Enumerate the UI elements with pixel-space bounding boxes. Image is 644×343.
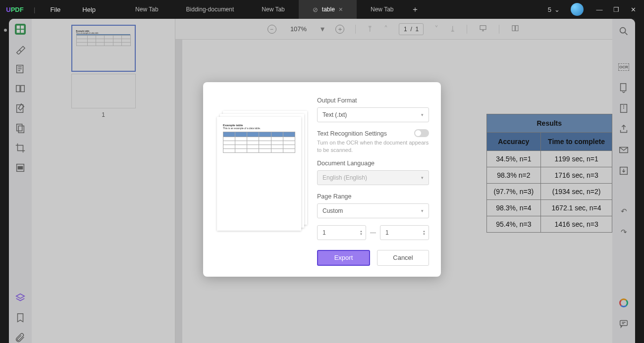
tab-table[interactable]: ⊘ table × [299, 0, 357, 19]
tab-label: Bidding-document [186, 6, 234, 13]
dialog-form: Output Format Text (.txt) ▾ Text Recogni… [317, 96, 429, 266]
cancel-button[interactable]: Cancel [377, 250, 429, 266]
input-value: 1 [385, 229, 389, 236]
output-format-label: Output Format [317, 97, 429, 104]
titlebar: UPDF | File Help New Tab Bidding-documen… [0, 0, 644, 19]
logo-u: U [6, 6, 10, 13]
range-row: 1 ▲▼ — 1 ▲▼ [317, 225, 429, 240]
export-dialog: Example table This is an example of a da… [203, 82, 441, 277]
select-value: Text (.txt) [322, 111, 347, 118]
range-select[interactable]: Custom ▾ [317, 203, 429, 218]
app-logo: UPDF [0, 6, 30, 13]
window-count-value: 5 [548, 6, 551, 13]
avatar[interactable] [571, 3, 584, 16]
stepper-icon[interactable]: ▲▼ [423, 230, 426, 236]
range-to-input[interactable]: 1 ▲▼ [380, 225, 429, 240]
ocr-hint: Turn on the OCR when the document appear… [317, 139, 429, 154]
menu-file[interactable]: File [39, 6, 71, 13]
tab-newtab-3[interactable]: New Tab [357, 0, 407, 19]
input-value: 1 [322, 229, 326, 236]
ocr-toggle[interactable] [414, 129, 429, 137]
caret-down-icon: ▾ [421, 175, 424, 180]
tab-doc-icon: ⊘ [313, 6, 318, 13]
select-value: Custom [322, 207, 343, 214]
tab-add-button[interactable]: ＋ [408, 0, 423, 19]
range-from-input[interactable]: 1 ▲▼ [317, 225, 366, 240]
dialog-preview: Example table This is an example of a da… [217, 111, 306, 266]
menu-help[interactable]: Help [71, 6, 107, 13]
caret-down-icon: ▾ [421, 112, 424, 117]
tab-label: New Tab [371, 6, 393, 13]
tab-bidding[interactable]: Bidding-document [172, 0, 248, 19]
tab-label: New Tab [262, 6, 284, 13]
range-dash: — [370, 229, 376, 236]
dialog-buttons: Export Cancel [317, 250, 429, 266]
logo-pdf: PDF [11, 6, 24, 13]
edge-marker-icon [4, 29, 7, 32]
maximize-button[interactable]: ❐ [612, 6, 620, 13]
tab-newtab-2[interactable]: New Tab [248, 0, 298, 19]
range-label: Page Range [317, 193, 429, 200]
output-format-select[interactable]: Text (.txt) ▾ [317, 107, 429, 122]
tab-strip: New Tab Bidding-document New Tab ⊘ table… [121, 0, 542, 19]
window-controls: — ❐ ✕ [589, 6, 644, 13]
stepper-icon[interactable]: ▲▼ [360, 230, 363, 236]
ocr-label: Text Recognition Settings [317, 130, 387, 137]
select-value: English (English) [322, 174, 367, 181]
tab-newtab-1[interactable]: New Tab [121, 0, 172, 19]
tab-label: table [322, 6, 335, 13]
minimize-button[interactable]: — [595, 6, 603, 13]
chevron-down-icon: ⌄ [554, 6, 560, 13]
tab-label: New Tab [135, 6, 158, 13]
lang-label: Document Language [317, 160, 429, 167]
close-window-button[interactable]: ✕ [629, 6, 637, 13]
logo-separator: | [34, 6, 35, 13]
lang-select: English (English) ▾ [317, 170, 429, 185]
caret-down-icon: ▾ [421, 208, 424, 213]
window-count[interactable]: 5 ⌄ [542, 6, 566, 13]
export-button[interactable]: Export [317, 250, 370, 266]
tab-close-icon[interactable]: × [339, 5, 343, 13]
